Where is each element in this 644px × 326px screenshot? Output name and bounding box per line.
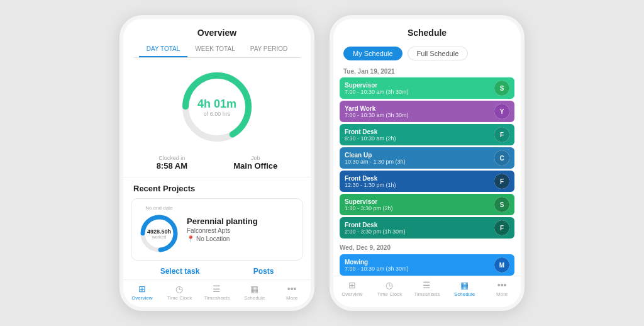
schedule-item-cleanup-title: Clean Up [345,152,494,159]
overview-content: Overview DAY TOTAL WEEK TOTAL PAY PERIOD… [123,19,311,279]
job-value: Main Office [233,161,277,171]
overview-tabs: DAY TOTAL WEEK TOTAL PAY PERIOD [133,42,301,58]
nav2-schedule-label: Schedule [454,291,475,297]
nav2-overview-label: Overview [341,291,362,297]
location-icon: 📍 [187,235,194,242]
nav-timesheets[interactable]: ☰ Timesheets [198,284,236,301]
nav-more[interactable]: ••• More [273,284,311,301]
posts-button[interactable]: Posts [253,267,274,276]
schedule-phone: Schedule My Schedule Full Schedule Tue, … [330,15,525,311]
more-nav-label: More [286,295,297,301]
schedule-item-frontdesk1-info: Front Desk 8:30 - 10:30 am (2h) [345,128,494,142]
schedule-item-frontdesk1-title: Front Desk [345,128,494,135]
schedule-item-supervisor1-time: 7:00 - 10:30 am (3h 30m) [345,89,494,95]
clocked-in-label: Clocked in [157,155,187,161]
nav2-timeclock-icon: ◷ [386,280,393,290]
schedule-item-frontdesk3[interactable]: Front Desk 2:00 - 3:30 pm (1h 30m) F [340,217,514,239]
donut-of: of 6.00 hrs [197,111,236,117]
tab-week-total[interactable]: WEEK TOTAL [187,42,242,57]
donut-area: 4h 01m of 6.00 hrs [123,58,311,151]
nav-timeclock[interactable]: ◷ Time Clock [161,284,199,301]
no-end-label: No end date [145,205,173,211]
schedule-item-mowing[interactable]: Mowing 7:00 - 10:30 am (3h 30m) M [340,254,514,276]
schedule-nav-label: Schedule [244,295,265,301]
mini-donut: 4928.50h worked [139,213,179,254]
schedule-item-yardwork-time: 7:00 - 10:30 am (3h 30m) [345,112,494,118]
schedule-title: Schedule [333,19,521,42]
schedule-item-cleanup-time: 10:30 am - 1:30 pm (3h) [345,159,494,165]
nav2-more[interactable]: ••• More [483,280,521,297]
schedule-item-supervisor1[interactable]: Supervisor 7:00 - 10:30 am (3h 30m) S [340,77,514,99]
nav2-overview[interactable]: ⊞ Overview [333,280,371,297]
timeclock-nav-label: Time Clock [167,295,192,301]
project-actions: Select task Posts [123,261,311,279]
nav2-schedule-icon: ▦ [460,280,469,290]
schedule-item-frontdesk1[interactable]: Front Desk 8:30 - 10:30 am (2h) F [340,124,514,145]
schedule-item-mowing-time: 7:00 - 10:30 am (3h 30m) [345,266,494,272]
recent-projects-title: Recent Projects [123,177,311,198]
schedule-item-mowing-avatar: M [494,257,509,273]
schedule-item-supervisor2-time: 1:30 - 3:30 pm (2h) [345,205,494,211]
schedule-date-1: Tue, Jan 19, 2021 [333,65,521,77]
bottom-nav-schedule: ⊞ Overview ◷ Time Clock ☰ Timesheets ▦ S… [333,276,521,300]
schedule-content: Schedule My Schedule Full Schedule Tue, … [333,19,521,276]
overview-icon: ⊞ [138,284,146,294]
job-item: Job Main Office [233,155,277,171]
schedule-item-frontdesk2-avatar: F [494,174,509,189]
schedule-item-supervisor1-avatar: S [494,81,509,96]
nav2-timesheets-label: Timesheets [414,291,440,297]
timeclock-icon: ◷ [175,284,183,294]
schedule-item-frontdesk1-time: 8:30 - 10:30 am (2h) [345,135,494,142]
project-location: 📍 No Location [187,235,295,242]
app-container: Overview DAY TOTAL WEEK TOTAL PAY PERIOD… [0,0,644,326]
mini-donut-center: 4928.50h worked [147,228,171,239]
nav2-schedule[interactable]: ▦ Schedule [446,280,484,297]
schedule-item-frontdesk2[interactable]: Front Desk 12:30 - 1:30 pm (1h) F [340,171,514,192]
tab-full-schedule[interactable]: Full Schedule [408,47,469,60]
nav2-overview-icon: ⊞ [348,280,356,290]
nav2-more-icon: ••• [497,280,507,290]
schedule-item-yardwork-avatar: Y [494,104,509,119]
tab-pay-period[interactable]: PAY PERIOD [243,42,295,57]
schedule-item-frontdesk3-title: Front Desk [345,222,494,228]
nav2-more-label: More [496,291,508,297]
tab-day-total[interactable]: DAY TOTAL [139,42,188,57]
nav2-timesheets-icon: ☰ [423,280,431,290]
schedule-item-supervisor2-avatar: S [494,197,509,212]
schedule-item-mowing-title: Mowing [345,259,494,266]
clocked-in-item: Clocked in 8:58 AM [157,155,187,171]
schedule-item-frontdesk3-time: 2:00 - 3:30 pm (1h 30m) [345,228,494,235]
schedule-item-cleanup[interactable]: Clean Up 10:30 am - 1:30 pm (3h) C [340,147,514,169]
project-info: Perennial planting Falconrest Apts 📍 No … [187,216,295,242]
project-card: No end date 4928.50h worked Perennial pl [131,198,303,261]
donut-center: 4h 01m of 6.00 hrs [197,98,236,117]
schedule-item-yardwork-info: Yard Work 7:00 - 10:30 am (3h 30m) [345,105,494,118]
schedule-item-frontdesk2-time: 12:30 - 1:30 pm (1h) [345,182,494,188]
schedule-item-yardwork[interactable]: Yard Work 7:00 - 10:30 am (3h 30m) Y [340,101,514,122]
nav-schedule[interactable]: ▦ Schedule [236,284,274,301]
schedule-item-supervisor2-title: Supervisor [345,198,494,205]
schedule-icon: ▦ [250,284,258,294]
nav2-timesheets[interactable]: ☰ Timesheets [408,280,446,297]
mini-donut-value: 4928.50h [147,228,171,235]
schedule-item-mowing-info: Mowing 7:00 - 10:30 am (3h 30m) [345,259,494,272]
nav-overview[interactable]: ⊞ Overview [123,284,161,301]
select-task-button[interactable]: Select task [160,267,200,276]
clocked-in-value: 8:58 AM [157,161,187,171]
schedule-tabs: My Schedule Full Schedule [333,42,521,65]
more-icon: ••• [287,284,297,294]
schedule-item-cleanup-info: Clean Up 10:30 am - 1:30 pm (3h) [345,152,494,165]
schedule-item-frontdesk1-avatar: F [494,127,509,142]
nav2-timeclock[interactable]: ◷ Time Clock [371,280,409,297]
location-text: No Location [196,235,230,242]
donut-time: 4h 01m [197,98,236,111]
schedule-item-frontdesk3-info: Front Desk 2:00 - 3:30 pm (1h 30m) [345,222,494,235]
nav2-timeclock-label: Time Clock [377,291,402,297]
overview-nav-label: Overview [131,295,152,301]
schedule-date-2: Wed, Dec 9, 2020 [340,240,514,252]
tab-my-schedule[interactable]: My Schedule [343,47,402,60]
schedule-item-supervisor1-info: Supervisor 7:00 - 10:30 am (3h 30m) [345,82,494,95]
bottom-nav-overview: ⊞ Overview ◷ Time Clock ☰ Timesheets ▦ S… [123,279,311,303]
schedule-item-supervisor2[interactable]: Supervisor 1:30 - 3:30 pm (2h) S [340,194,514,215]
schedule-item-yardwork-title: Yard Work [345,105,494,112]
